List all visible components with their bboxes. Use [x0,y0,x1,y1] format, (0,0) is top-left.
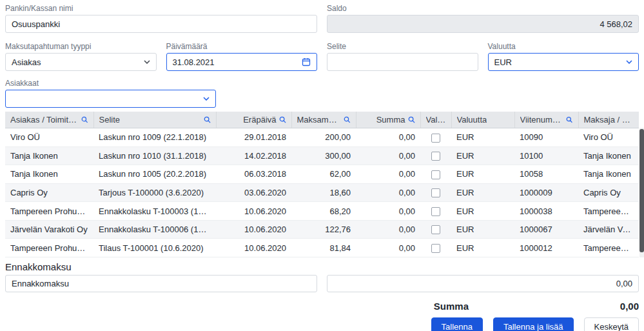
cell-description: Laskun nro 1009 (22.1.2018) [93,128,216,147]
calendar-icon[interactable] [302,57,311,66]
cell-currency: EUR [451,183,514,202]
scrollbar-thumb[interactable] [639,129,644,252]
cell-sum: 0,00 [356,183,420,202]
cell-customer: Viro OÜ [5,128,93,147]
cell-reference: 10090 [514,128,578,147]
cell-reference: 10100 [514,146,578,165]
advance-payment-amount-input[interactable] [327,275,639,292]
cell-unpaid: 18,60 [291,183,356,202]
column-header[interactable]: Summa [356,112,420,128]
currency-field-group: Valuutta EUR [488,42,639,71]
cell-unpaid: 200,00 [291,128,356,147]
column-header[interactable]: Asiakas / Toimittaja [5,112,93,128]
customers-select[interactable] [5,90,216,108]
chevron-down-icon [626,60,632,64]
date-value: 31.08.2021 [173,57,215,67]
transaction-type-select[interactable]: Asiakas [5,53,157,71]
select-row-checkbox[interactable] [431,244,440,253]
select-row-checkbox[interactable] [431,170,440,179]
column-label: Maksaja / ma... [584,115,634,125]
table-body: Viro OÜ Laskun nro 1009 (22.1.2018) 29.0… [5,128,639,257]
table-row[interactable]: Tampereen Prohuolto... Ennakkolasku T-10… [5,202,639,221]
table-row[interactable]: Capris Oy Tarjous T-100000 (3.6.2020) 03… [5,183,639,202]
cell-sum: 0,00 [356,165,420,184]
search-icon[interactable] [204,116,211,123]
column-label: Valuutta [457,115,487,125]
column-label: Asiakas / Toimittaja [10,115,79,125]
cell-reference: 10058 [514,165,578,184]
table-row[interactable]: Järvelän Varakoti Oy Ennakkolasku T-1000… [5,220,639,239]
cell-reference: 1000009 [514,183,578,202]
cell-currency: EUR [451,165,514,184]
cell-description: Laskun nro 1010 (31.1.2018) [93,146,216,165]
cell-description: Ennakkolasku T-100003 (10.6.2... [93,202,216,221]
column-header[interactable]: Valuutta [451,112,514,128]
date-input[interactable]: 31.08.2021 [166,53,318,71]
cell-payer: Capris Oy [578,183,639,202]
cell-sum: 0,00 [356,202,420,221]
column-header[interactable]: Maksamatta [291,112,356,128]
bank-name-input[interactable] [5,15,317,33]
form-row-3: Asiakkaat [5,79,639,108]
search-icon[interactable] [81,116,88,123]
select-row-checkbox[interactable] [431,188,440,197]
bank-name-label: Pankin/Kassan nimi [5,4,317,13]
table-row[interactable]: Tanja Ikonen Laskun nro 1005 (20.2.2018)… [5,165,639,184]
cell-due-date: 06.03.2018 [216,165,291,184]
description-input[interactable] [327,53,478,71]
cell-currency: EUR [451,239,514,257]
column-header[interactable]: Maksaja / ma... [578,112,639,128]
total-label: Summa [434,301,469,312]
form-row-1: Pankin/Kassan nimi Saldo [5,4,639,33]
search-icon[interactable] [408,116,415,123]
cell-payer: Tampereen Pr... [578,239,639,257]
open-invoices-table: Asiakas / Toimittaja Selite Eräpäivä Mak… [5,112,644,257]
column-header[interactable]: Valit... [420,112,451,128]
save-and-add-button[interactable]: Tallenna ja lisää [493,317,574,331]
cell-due-date: 10.06.2020 [216,220,291,239]
date-label: Päivämäärä [166,42,318,51]
balance-label: Saldo [327,4,639,13]
cell-due-date: 10.06.2020 [216,239,291,257]
column-header[interactable]: Viitenumero: [514,112,578,128]
column-header[interactable]: Eräpäivä [216,112,291,128]
cell-unpaid: 62,00 [291,165,356,184]
cell-unpaid: 122,76 [291,220,356,239]
customers-label: Asiakkaat [5,79,216,88]
cell-unpaid: 68,20 [291,202,356,221]
customers-field-group: Asiakkaat [5,79,216,108]
cell-customer: Järvelän Varakoti Oy [5,220,93,239]
advance-payment-amount-group [327,275,639,292]
form-row-2: Maksutapahtuman tyyppi Asiakas Päivämäär… [5,42,639,71]
table-row[interactable]: Viro OÜ Laskun nro 1009 (22.1.2018) 29.0… [5,128,639,147]
action-buttons: Tallenna Tallenna ja lisää Keskeytä [5,317,639,331]
search-icon[interactable] [344,116,351,123]
cell-select [420,146,451,165]
cell-reference: 1000012 [514,239,578,257]
cell-select [420,220,451,239]
select-row-checkbox[interactable] [431,207,440,216]
currency-select[interactable]: EUR [488,53,639,71]
search-icon[interactable] [566,116,572,123]
cell-reference: 1000038 [514,202,578,221]
save-button[interactable]: Tallenna [431,317,483,331]
payment-entry-form: Pankin/Kassan nimi Saldo Maksutapahtuman… [0,0,644,331]
column-header[interactable]: Selite [93,112,216,128]
select-row-checkbox[interactable] [431,152,440,161]
search-icon[interactable] [279,116,286,123]
advance-payment-row [5,275,639,292]
cell-select [420,128,451,147]
total-row: Summa 0,00 [5,301,639,312]
table-scrollbar[interactable] [639,128,644,257]
table-row[interactable]: Tanja Ikonen Laskun nro 1010 (31.1.2018)… [5,146,639,165]
cell-payer: Tanja Ikonen [578,146,639,165]
select-row-checkbox[interactable] [431,225,440,234]
select-row-checkbox[interactable] [431,134,440,143]
cell-sum: 0,00 [356,239,420,257]
table-header-row: Asiakas / Toimittaja Selite Eräpäivä Mak… [5,112,639,128]
description-field-group: Selite [327,42,478,71]
advance-payment-name-input[interactable] [5,275,317,292]
cell-currency: EUR [451,128,514,147]
cancel-button[interactable]: Keskeytä [584,317,639,331]
table-row[interactable]: Tampereen Prohuolto... Tilaus T-100001 (… [5,239,639,257]
